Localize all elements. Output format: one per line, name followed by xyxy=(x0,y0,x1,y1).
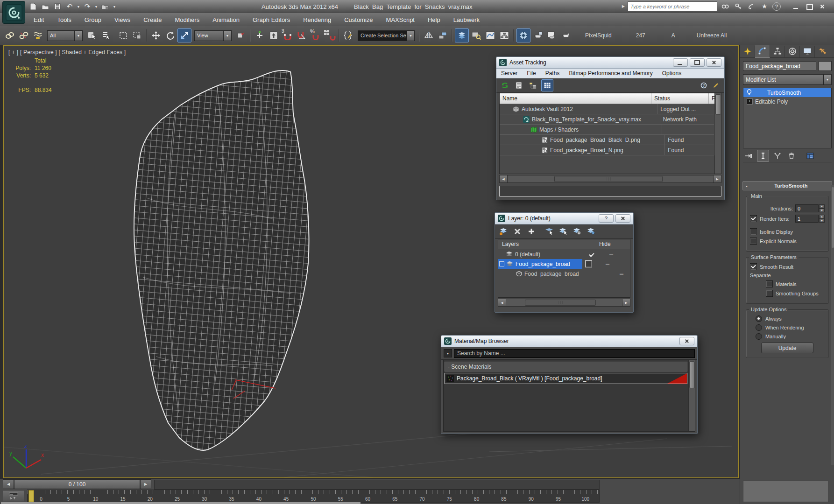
layer-object-row[interactable]: Food_package_broad ▬ xyxy=(498,269,630,279)
menu-maxscript[interactable]: MAXScript xyxy=(380,13,421,26)
spinner-snap-toggle[interactable] xyxy=(323,29,336,42)
layer-window-titlebar[interactable]: Layer: 0 (default) ? xyxy=(495,213,633,224)
material-browser-titlebar[interactable]: Material/Map Browser xyxy=(441,336,697,347)
manage-layers-button[interactable] xyxy=(455,28,469,42)
ats-menu-options[interactable]: Options xyxy=(657,70,686,77)
help-icon[interactable]: ? xyxy=(772,2,781,11)
render-setup-button[interactable] xyxy=(516,28,530,42)
previous-frame-button[interactable]: ◀ xyxy=(3,479,14,489)
layer-horizontal-scrollbar[interactable]: ◀ ▶ xyxy=(498,299,630,307)
scene-materials-group-header[interactable]: - Scene Materials xyxy=(445,362,687,371)
menu-edit[interactable]: Edit xyxy=(27,13,50,26)
object-color-swatch[interactable] xyxy=(819,61,832,71)
pin-stack-button[interactable] xyxy=(743,150,754,161)
pixelsquid-toolbar-button[interactable]: PixelSquid xyxy=(580,32,617,39)
modifier-list-dropdown[interactable]: Modifier List ▼ xyxy=(743,74,832,85)
track-bar-strip[interactable] xyxy=(1,502,360,504)
mirror-button[interactable] xyxy=(422,29,435,42)
iterations-spinner[interactable]: 0 ▲▼ xyxy=(795,204,825,212)
redo-dropdown-arrow[interactable]: ▼ xyxy=(94,1,98,12)
when-rendering-radio[interactable] xyxy=(756,324,762,331)
communication-center-icon[interactable] xyxy=(746,2,756,11)
object-name-field[interactable]: Food_package_broad xyxy=(743,61,816,71)
new-file-button[interactable] xyxy=(28,1,38,12)
viewport-label[interactable]: [ + ] [ Perspective ] [ Shaded + Edged F… xyxy=(8,49,126,56)
mini-curve-editor-button[interactable] xyxy=(3,490,24,502)
asset-row[interactable]: Maps / Shaders xyxy=(500,125,714,135)
modify-tab[interactable] xyxy=(755,45,770,58)
use-pivot-point-center-button[interactable] xyxy=(234,29,247,42)
maximize-button[interactable] xyxy=(690,58,705,67)
scroll-right-arrow[interactable]: ▶ xyxy=(622,299,630,306)
show-end-result-button[interactable] xyxy=(757,150,769,162)
modifier-stack-item-selected[interactable]: TurboSmooth xyxy=(743,88,831,97)
asset-row[interactable]: Autodesk Vault 2012 Logged Out ... xyxy=(500,104,714,114)
scroll-right-arrow[interactable]: ▶ xyxy=(713,175,721,182)
window-crossing-toggle[interactable] xyxy=(131,29,144,42)
infocenter-caret-icon[interactable]: ▶ xyxy=(622,4,625,8)
menu-group[interactable]: Group xyxy=(78,13,108,26)
rectangular-selection-region-button[interactable] xyxy=(117,29,130,42)
current-layer-check-icon[interactable] xyxy=(589,251,603,258)
edit-named-selection-sets-button[interactable] xyxy=(342,29,355,42)
ats-help-icon[interactable]: ? xyxy=(698,80,709,91)
create-tab[interactable] xyxy=(740,46,755,57)
select-and-link-button[interactable] xyxy=(3,29,16,42)
layers-column-header[interactable]: Layers xyxy=(498,241,581,247)
scrollbar-thumb[interactable] xyxy=(525,300,596,306)
ats-menu-bitmap-performance[interactable]: Bitmap Performance and Memory xyxy=(564,70,657,77)
delete-layer-button[interactable] xyxy=(512,226,523,237)
menu-create[interactable]: Create xyxy=(137,13,168,26)
column-header-proxy[interactable]: Proxy R xyxy=(709,93,714,104)
hide-toggle[interactable]: ▬ xyxy=(609,252,614,256)
hide-toggle[interactable]: ▬ xyxy=(620,272,624,276)
menu-modifiers[interactable]: Modifiers xyxy=(168,13,206,26)
display-tab[interactable] xyxy=(800,46,815,57)
reference-coordinate-dropdown[interactable]: View▼ xyxy=(194,30,232,41)
unlink-selection-button[interactable] xyxy=(17,29,30,42)
remove-modifier-button[interactable] xyxy=(786,150,797,161)
layer-row[interactable]: 0 (default) ▬ xyxy=(498,249,630,259)
motion-tab[interactable] xyxy=(785,46,800,57)
time-slider[interactable]: ◀ 0 / 100 ▶ xyxy=(3,480,151,489)
report-view-button[interactable] xyxy=(513,80,524,91)
make-selected-layer-current-button[interactable] xyxy=(572,226,583,237)
menu-animation[interactable]: Animation xyxy=(206,13,246,26)
a-toolbar-button[interactable]: A xyxy=(666,32,681,39)
scrollbar-thumb[interactable] xyxy=(554,176,663,182)
update-button[interactable]: Update xyxy=(761,343,813,353)
asset-row[interactable]: Food_package_Broad_Black_D.png Found xyxy=(500,135,714,145)
add-selection-to-layer-button[interactable] xyxy=(526,226,537,237)
asset-table-vertical-scrollbar[interactable] xyxy=(714,93,721,174)
scroll-left-arrow[interactable]: ◀ xyxy=(500,175,508,182)
close-button[interactable] xyxy=(707,58,721,67)
column-header-name[interactable]: Name xyxy=(500,93,651,104)
window-close-button[interactable] xyxy=(817,2,827,11)
undo-button[interactable]: ↶ xyxy=(64,1,75,12)
select-and-move-button[interactable] xyxy=(149,29,163,42)
time-slider-handle[interactable]: 0 / 100 xyxy=(14,479,140,489)
panel-scrollbar[interactable] xyxy=(831,185,834,465)
bind-to-spacewarp-button[interactable] xyxy=(31,29,44,42)
utilities-tab[interactable] xyxy=(815,46,829,57)
window-minimize-button[interactable] xyxy=(791,2,801,11)
align-button[interactable] xyxy=(436,29,449,42)
open-file-button[interactable] xyxy=(40,1,50,12)
asset-tracking-titlebar[interactable]: Asset Tracking xyxy=(496,57,724,69)
column-header-status[interactable]: Status xyxy=(651,93,709,104)
hierarchy-tab[interactable] xyxy=(770,46,785,57)
menu-help[interactable]: Help xyxy=(421,13,447,26)
ats-menu-paths[interactable]: Paths xyxy=(541,70,565,77)
browser-options-dropdown[interactable]: ▼ xyxy=(444,349,452,357)
next-frame-button[interactable]: ▶ xyxy=(140,479,151,489)
isoline-display-checkbox[interactable] xyxy=(750,228,757,235)
count-toolbar-button[interactable]: 247 xyxy=(630,32,651,39)
scroll-left-arrow[interactable]: ◀ xyxy=(498,299,506,306)
favorites-star-icon[interactable]: ★ xyxy=(759,2,770,11)
ats-menu-server[interactable]: Server xyxy=(496,70,522,77)
menu-laubwerk[interactable]: Laubwerk xyxy=(447,13,486,26)
ats-menu-file[interactable]: File xyxy=(522,70,540,77)
bag-mesh-object[interactable] xyxy=(119,58,375,460)
quick-render-button[interactable] xyxy=(559,29,572,42)
select-and-rotate-button[interactable] xyxy=(163,29,177,42)
